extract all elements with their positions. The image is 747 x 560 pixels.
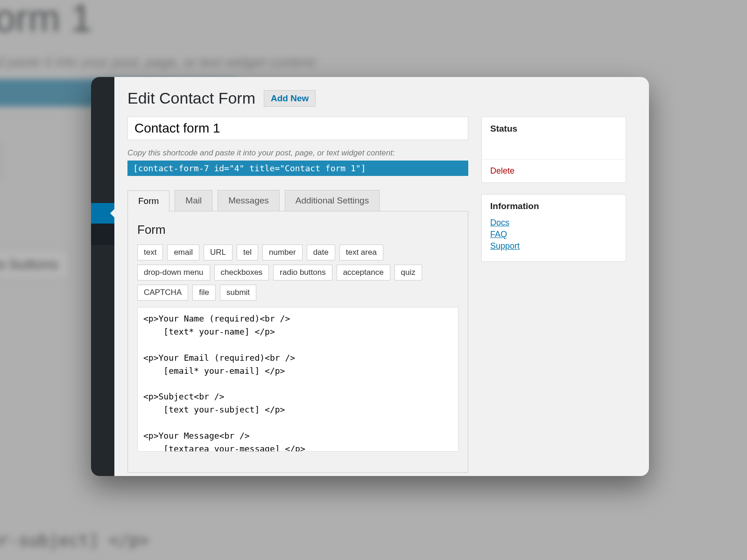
tag-generator-row: text email URL tel number date text area… [137,245,458,301]
tag-acceptance[interactable]: acceptance [337,265,390,280]
shortcode-hint: Copy this shortcode and paste it into yo… [127,148,468,158]
form-template-editor[interactable] [137,307,458,452]
page-heading: Edit Contact Form [127,89,255,107]
information-box: Information Docs FAQ Support [481,194,626,262]
tab-mail[interactable]: Mail [175,190,212,211]
info-link-support[interactable]: Support [490,241,617,251]
tag-date[interactable]: date [307,245,335,260]
form-title-input[interactable] [127,117,468,140]
add-new-button[interactable]: Add New [264,90,316,107]
editor-tabs: Form Mail Messages Additional Settings [127,190,468,211]
tag-text[interactable]: text [137,245,163,260]
info-link-docs[interactable]: Docs [490,218,617,228]
tag-submit[interactable]: submit [220,285,256,301]
tab-messages[interactable]: Messages [218,190,280,211]
tab-form[interactable]: Form [127,190,169,212]
tab-additional-settings[interactable]: Additional Settings [285,190,380,211]
delete-link[interactable]: Delete [482,160,626,182]
tag-url[interactable]: URL [204,245,233,260]
sidebar-collapse[interactable] [91,224,114,245]
editor-modal: Edit Contact Form Add New Copy this shor… [91,77,649,476]
tag-email[interactable]: email [167,245,199,260]
tag-dropdown[interactable]: drop-down menu [137,265,210,280]
tag-file[interactable]: file [192,285,216,301]
shortcode-field[interactable] [127,161,468,176]
tag-captcha[interactable]: CAPTCHA [137,285,188,301]
tag-tel[interactable]: tel [237,245,258,260]
tag-quiz[interactable]: quiz [395,265,422,280]
status-box: Status Delete [481,117,626,183]
information-heading: Information [482,195,626,216]
admin-sidebar [91,77,114,476]
tag-textarea[interactable]: text area [339,245,383,260]
info-link-faq[interactable]: FAQ [490,230,617,239]
tag-checkboxes[interactable]: checkboxes [214,265,269,280]
tag-number[interactable]: number [262,245,303,260]
sidebar-active-indicator [91,203,114,224]
form-panel: Form text email URL tel number date text… [127,211,468,473]
status-heading: Status [482,117,626,139]
panel-heading: Form [137,223,458,237]
tag-radio[interactable]: radio buttons [273,265,332,280]
